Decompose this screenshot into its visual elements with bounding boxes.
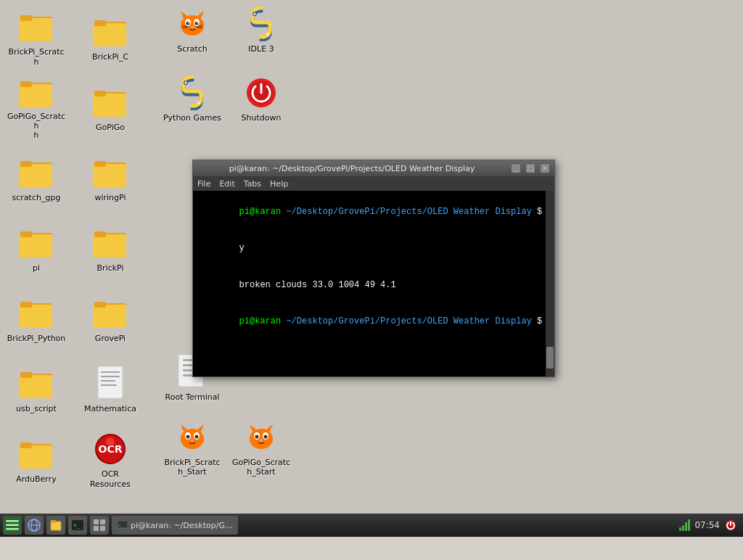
- svg-point-51: [195, 22, 199, 25]
- svg-point-66: [198, 102, 200, 104]
- taskbar-files-btn[interactable]: [46, 516, 65, 535]
- svg-rect-7: [19, 84, 52, 107]
- terminal-minimize-btn[interactable]: _: [511, 163, 521, 173]
- svg-rect-32: [20, 372, 32, 378]
- icon-idle3[interactable]: IDLE 3: [229, 4, 294, 57]
- icon-brickpi-scratch[interactable]: BrickPi_Scratch: [4, 4, 69, 73]
- desktop: BrickPi_Scratch BrickPi_C GoPiGo_Scratch…: [0, 0, 743, 537]
- taskbar-terminal-btn[interactable]: >_: [68, 516, 87, 535]
- taskbar-start-btn[interactable]: [3, 516, 22, 535]
- icon-scratch[interactable]: Scratch: [160, 4, 225, 57]
- icon-gopigo[interactable]: GoPiGo: [78, 74, 143, 143]
- icon-brickpi-c[interactable]: BrickPi_C: [78, 4, 143, 73]
- svg-rect-8: [20, 81, 32, 87]
- svg-point-54: [191, 26, 194, 28]
- terminal-titlebar: pi@karan: ~/Desktop/GrovePi/Projects/OLE…: [193, 160, 554, 176]
- network-icon: [679, 519, 690, 531]
- svg-point-87: [255, 435, 259, 439]
- terminal-menu-file[interactable]: File: [197, 179, 210, 189]
- icon-grovepi[interactable]: GrovePi: [78, 285, 143, 354]
- icon-brickpi-scratch-start[interactable]: BrickPi_Scratch_Start: [160, 417, 225, 479]
- terminal-maximize-btn[interactable]: □: [525, 163, 535, 173]
- svg-rect-10: [93, 94, 126, 117]
- icon-shutdown[interactable]: Shutdown: [229, 73, 294, 125]
- taskbar-power-btn[interactable]: [724, 519, 737, 532]
- svg-rect-26: [20, 302, 32, 308]
- icon-usb-script[interactable]: usb_script: [4, 355, 69, 424]
- terminal-title: pi@karan: ~/Desktop/GrovePi/Projects/OLE…: [197, 164, 506, 173]
- svg-rect-90: [6, 520, 19, 522]
- svg-point-52: [188, 22, 189, 23]
- icon-scratch-gpg[interactable]: scratch_gpg: [4, 144, 69, 213]
- icon-ocr-resources[interactable]: OCR OCR Resources: [78, 426, 143, 495]
- svg-rect-28: [93, 305, 126, 328]
- svg-rect-1: [19, 18, 52, 41]
- terminal-scrollbar[interactable]: [546, 191, 554, 376]
- svg-point-88: [264, 435, 268, 439]
- svg-marker-83: [250, 424, 257, 432]
- terminal-content[interactable]: pi@karan ~/Desktop/GrovePi/Projects/OLED…: [193, 191, 554, 376]
- terminal-line-2: y: [197, 230, 550, 266]
- svg-point-60: [254, 13, 256, 15]
- icon-pi[interactable]: pi: [4, 215, 69, 284]
- svg-rect-40: [20, 442, 32, 448]
- terminal-menu-tabs[interactable]: Tabs: [244, 179, 261, 189]
- terminal-menubar: File Edit Tabs Help: [193, 176, 554, 191]
- icon-brickpi-python[interactable]: BrickPi_Python: [4, 285, 69, 354]
- terminal-line-1: pi@karan ~/Desktop/GrovePi/Projects/OLED…: [197, 194, 550, 230]
- svg-rect-2: [20, 15, 32, 21]
- svg-marker-47: [197, 11, 204, 18]
- svg-marker-75: [181, 424, 188, 432]
- taskbar: >_ >_ pi@karan: ~/Desktop/G... 07:54: [0, 514, 743, 537]
- svg-rect-29: [94, 302, 106, 308]
- taskbar-system-tray: 07:54: [679, 519, 740, 532]
- svg-point-79: [186, 435, 190, 439]
- svg-point-82: [250, 429, 273, 449]
- svg-point-81: [191, 440, 194, 442]
- terminal-window: pi@karan: ~/Desktop/GrovePi/Projects/OLE…: [192, 160, 555, 377]
- taskbar-app-btn[interactable]: [90, 516, 109, 535]
- terminal-menu-help[interactable]: Help: [270, 179, 288, 189]
- terminal-scrollbar-thumb[interactable]: [546, 347, 554, 368]
- svg-point-80: [195, 435, 199, 439]
- terminal-close-btn[interactable]: ✕: [540, 163, 550, 173]
- svg-point-62: [267, 33, 269, 36]
- svg-marker-76: [197, 424, 204, 432]
- svg-point-44: [106, 437, 115, 446]
- svg-rect-22: [93, 234, 126, 258]
- svg-point-89: [260, 440, 263, 442]
- svg-rect-5: [94, 20, 106, 26]
- svg-rect-100: [94, 519, 99, 524]
- icon-mathematica[interactable]: Mathematica: [78, 355, 143, 424]
- svg-rect-25: [19, 305, 52, 328]
- svg-rect-31: [19, 375, 52, 398]
- icon-python-games[interactable]: Python Games: [160, 73, 225, 125]
- svg-rect-17: [94, 161, 106, 167]
- taskbar-browser-btn[interactable]: [25, 516, 44, 535]
- svg-rect-16: [93, 164, 126, 187]
- svg-rect-14: [20, 161, 32, 167]
- svg-marker-84: [266, 424, 273, 432]
- icon-wiringpi[interactable]: wiringPi: [78, 144, 143, 213]
- svg-rect-13: [19, 164, 52, 187]
- svg-point-45: [181, 15, 204, 36]
- terminal-menu-edit[interactable]: Edit: [219, 179, 234, 189]
- svg-marker-46: [181, 11, 188, 18]
- icon-arduberry[interactable]: ArduBerry: [4, 426, 69, 495]
- terminal-line-4: pi@karan ~/Desktop/GrovePi/Projects/OLED…: [197, 303, 550, 339]
- taskbar-active-task[interactable]: >_ pi@karan: ~/Desktop/G...: [112, 516, 238, 535]
- svg-point-53: [197, 22, 198, 23]
- svg-point-50: [186, 22, 190, 25]
- svg-rect-103: [100, 526, 105, 531]
- svg-text:>_: >_: [118, 522, 124, 528]
- svg-rect-20: [20, 231, 32, 237]
- icon-brickpi[interactable]: BrickPi: [78, 215, 143, 284]
- terminal-line-3: broken clouds 33.0 1004 49 4.1: [197, 267, 550, 303]
- svg-rect-102: [94, 526, 99, 531]
- svg-rect-97: [51, 520, 56, 523]
- svg-rect-92: [6, 528, 19, 530]
- icon-gopigo-scratch-start[interactable]: GoPiGo_Scratch_Start: [229, 417, 294, 479]
- icon-gopigo-scratch[interactable]: GoPiGo_Scratchh: [4, 74, 69, 143]
- svg-point-64: [185, 82, 187, 84]
- svg-rect-101: [100, 519, 105, 524]
